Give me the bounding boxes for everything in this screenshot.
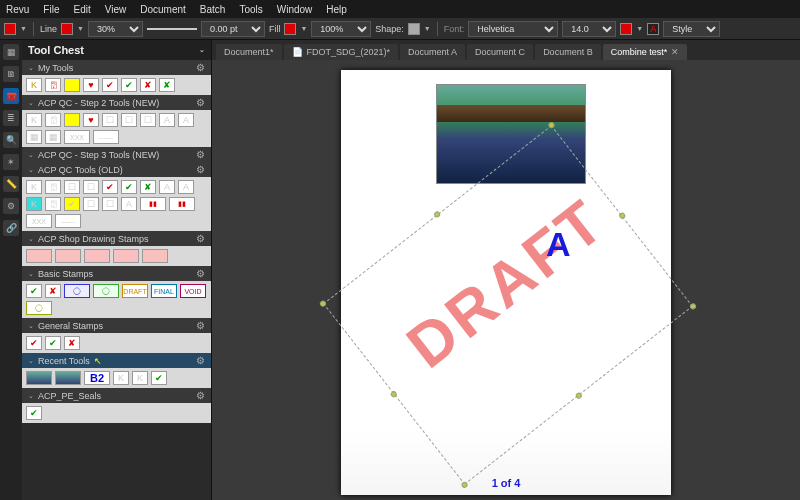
file-icon[interactable]: 🗎: [3, 66, 19, 82]
menu-view[interactable]: View: [105, 4, 127, 15]
line-color-swatch[interactable]: [61, 23, 73, 35]
tool-item[interactable]: A: [178, 180, 194, 194]
tool-item[interactable]: ☐: [83, 180, 99, 194]
resize-handle[interactable]: [390, 390, 398, 398]
chevron-down-icon[interactable]: ▼: [300, 25, 307, 32]
tool-item[interactable]: ✔: [64, 197, 80, 211]
recent-tool[interactable]: K: [113, 371, 129, 385]
stamp-x[interactable]: ✘: [45, 284, 61, 298]
tool-item[interactable]: [64, 78, 80, 92]
tool-item[interactable]: ✘: [159, 78, 175, 92]
opacity-select[interactable]: 30%: [88, 21, 143, 37]
tool-item[interactable]: ☐: [83, 197, 99, 211]
recent-image[interactable]: [55, 371, 81, 385]
gear-icon[interactable]: ⚙: [196, 97, 205, 108]
chevron-down-icon[interactable]: ▼: [77, 25, 84, 32]
gear-icon[interactable]: ⚙: [196, 355, 205, 366]
menu-document[interactable]: Document: [140, 4, 186, 15]
resize-handle[interactable]: [689, 302, 697, 310]
tool-item[interactable]: ♥: [83, 113, 99, 127]
chevron-down-icon[interactable]: ▼: [424, 25, 431, 32]
tool-chest-icon[interactable]: 🧰: [3, 88, 19, 104]
chevron-down-icon[interactable]: ▼: [636, 25, 643, 32]
gear-icon[interactable]: ⚙: [196, 233, 205, 244]
layers-icon[interactable]: ≣: [3, 110, 19, 126]
recent-tool[interactable]: ✔: [151, 371, 167, 385]
stamp-item[interactable]: [142, 249, 168, 263]
stamp-check[interactable]: ✔: [26, 284, 42, 298]
stamp-icon[interactable]: ✶: [3, 154, 19, 170]
menu-batch[interactable]: Batch: [200, 4, 226, 15]
text-color-swatch[interactable]: [4, 23, 16, 35]
tool-item[interactable]: ▮▮: [140, 197, 166, 211]
section-my-tools[interactable]: ⌄My Tools⚙: [22, 60, 211, 75]
menu-revu[interactable]: Revu: [6, 4, 29, 15]
chevron-down-icon[interactable]: ⌄: [199, 46, 205, 54]
tool-item[interactable]: XXX: [26, 214, 52, 228]
fill-color-swatch[interactable]: [284, 23, 296, 35]
stamp-item[interactable]: ✔: [26, 336, 42, 350]
tool-item[interactable]: A: [159, 180, 175, 194]
tab-document-a[interactable]: Document A: [400, 44, 465, 60]
close-icon[interactable]: ✕: [671, 47, 679, 57]
stamp-item[interactable]: [113, 249, 139, 263]
recent-image[interactable]: [26, 371, 52, 385]
tool-item[interactable]: ☐: [64, 180, 80, 194]
stamp-item[interactable]: [55, 249, 81, 263]
font-size-select[interactable]: 14.0: [562, 21, 616, 37]
tool-item[interactable]: K: [26, 78, 42, 92]
tool-item[interactable]: ✔: [102, 78, 118, 92]
gear-icon[interactable]: ⚙: [196, 390, 205, 401]
menu-tools[interactable]: Tools: [239, 4, 262, 15]
properties-icon[interactable]: ⚙: [3, 198, 19, 214]
menu-edit[interactable]: Edit: [73, 4, 90, 15]
measure-icon[interactable]: 📏: [3, 176, 19, 192]
tool-item[interactable]: ------: [55, 214, 81, 228]
tool-item[interactable]: ⍰: [45, 113, 61, 127]
section-shop-drawing[interactable]: ⌄ACP Shop Drawing Stamps⚙: [22, 231, 211, 246]
section-pe-seals[interactable]: ⌄ACP_PE_Seals⚙: [22, 388, 211, 403]
search-icon[interactable]: 🔍: [3, 132, 19, 148]
canvas-viewport[interactable]: DRAFT A 1 of 4: [212, 60, 800, 500]
tool-item[interactable]: A: [121, 197, 137, 211]
recent-tool[interactable]: K: [132, 371, 148, 385]
tab-fdot-sdg[interactable]: 📄FDOT_SDG_(2021)*: [284, 44, 399, 60]
gear-icon[interactable]: ⚙: [196, 268, 205, 279]
tool-item[interactable]: ☐: [102, 113, 118, 127]
tool-item[interactable]: ☐: [140, 113, 156, 127]
font-style-select[interactable]: Style: [663, 21, 720, 37]
tool-chest-header[interactable]: Tool Chest ⌄: [22, 40, 211, 60]
gear-icon[interactable]: ⚙: [196, 149, 205, 160]
gear-icon[interactable]: ⚙: [196, 320, 205, 331]
tool-item[interactable]: ▦: [45, 130, 61, 144]
tool-item[interactable]: K: [26, 197, 42, 211]
tool-item[interactable]: A: [178, 113, 194, 127]
resize-handle[interactable]: [319, 299, 327, 307]
section-step3[interactable]: ⌄ACP QC - Step 3 Tools (NEW)⚙: [22, 147, 211, 162]
font-color-swatch[interactable]: [620, 23, 632, 35]
highlight-swatch[interactable]: A: [647, 23, 659, 35]
tool-item[interactable]: [64, 113, 80, 127]
fill-opacity-select[interactable]: 100%: [311, 21, 371, 37]
shape-swatch[interactable]: [408, 23, 420, 35]
selection-outline[interactable]: [323, 125, 693, 485]
tab-document-b[interactable]: Document B: [535, 44, 601, 60]
stamp-draft[interactable]: DRAFT: [122, 284, 148, 298]
menu-file[interactable]: File: [43, 4, 59, 15]
line-weight-slider[interactable]: [147, 28, 197, 30]
section-old[interactable]: ⌄ACP QC Tools (OLD)⚙: [22, 162, 211, 177]
recent-text[interactable]: B2: [84, 371, 110, 385]
section-recent-tools[interactable]: ⌄Recent Tools↖⚙: [22, 353, 211, 368]
tool-item[interactable]: ✔: [121, 78, 137, 92]
stamp-item[interactable]: ✔: [26, 406, 42, 420]
section-general-stamps[interactable]: ⌄General Stamps⚙: [22, 318, 211, 333]
tool-item[interactable]: ✔: [121, 180, 137, 194]
tool-item[interactable]: A: [159, 113, 175, 127]
tool-item[interactable]: ▮▮: [169, 197, 195, 211]
section-step2[interactable]: ⌄ACP QC - Step 2 Tools (NEW)⚙: [22, 95, 211, 110]
pdf-page[interactable]: DRAFT A 1 of 4: [341, 70, 671, 495]
tool-item[interactable]: ------: [93, 130, 119, 144]
tool-item[interactable]: ☐: [102, 197, 118, 211]
tool-item[interactable]: K: [26, 180, 42, 194]
menu-window[interactable]: Window: [277, 4, 313, 15]
